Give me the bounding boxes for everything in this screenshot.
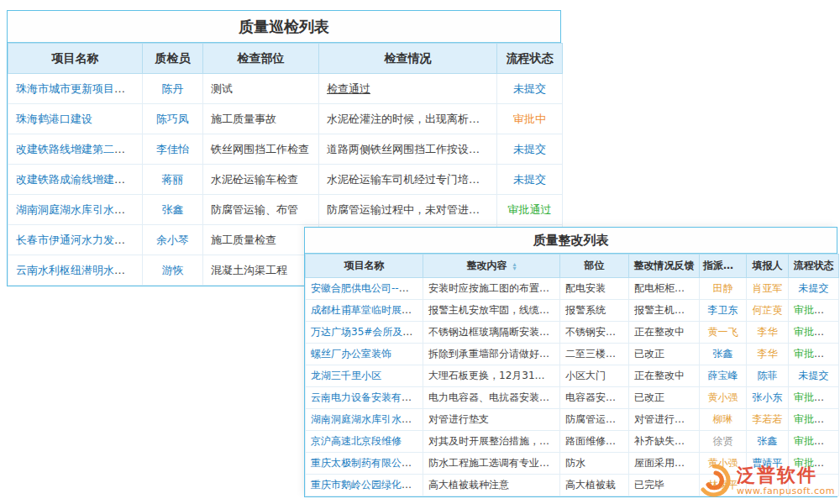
col-rect-assignee: 指派人员 xyxy=(700,255,747,278)
reporter-link[interactable]: 张小东 xyxy=(753,391,783,403)
col-rect-status: 流程状态 xyxy=(789,255,839,278)
project-name-link[interactable]: 万达广场35#会所及咖啡厅空... xyxy=(311,326,423,338)
inspect-part-cell: 施工质量检查 xyxy=(203,225,319,255)
rect-content-cell: 防水工程施工选调有专业资质... xyxy=(423,453,560,475)
rect-feedback-cell: 已完毕 xyxy=(629,475,700,496)
reporter-link[interactable]: 肖亚军 xyxy=(753,282,783,294)
project-name-link[interactable]: 湖南洞庭湖水库引水工... xyxy=(16,203,135,216)
project-name-link[interactable]: 螺丝厂办公室装饰 xyxy=(311,348,391,360)
rectification-header-row: 项目名称 整改内容 ▴ ▾ 部位 整改情况反馈 指派人员 填报人 流程状态 xyxy=(306,255,839,278)
project-name-link[interactable]: 云南水利枢纽潜明水库... xyxy=(16,264,135,276)
col-rect-feedback: 整改情况反馈 xyxy=(629,255,700,278)
project-name-link[interactable]: 改建铁路成渝线增建第... xyxy=(16,173,135,186)
inspect-part-cell: 水泥砼运输车检查 xyxy=(203,165,319,195)
project-name-link[interactable]: 珠海市城市更新项目紫... xyxy=(16,82,135,95)
inspection-table-row[interactable]: 珠海市城市更新项目紫... 陈丹 测试 检查通过 未提交 xyxy=(8,74,563,104)
inspector-link[interactable]: 余小琴 xyxy=(156,234,189,246)
rect-content-cell: 大理石板更换，12月31日之... xyxy=(423,365,560,387)
rectification-table: 项目名称 整改内容 ▴ ▾ 部位 整改情况反馈 指派人员 填报人 流程状态 xyxy=(305,254,839,496)
project-name-link[interactable]: 改建铁路线增建第二线... xyxy=(16,143,135,155)
assignee-link[interactable]: 黄一飞 xyxy=(708,326,738,338)
inspector-link[interactable]: 游恢 xyxy=(162,264,184,276)
status-text: 审批通过 xyxy=(508,203,552,216)
project-name-link[interactable]: 龙湖三千里小区 xyxy=(311,370,381,381)
inspection-table-row[interactable]: 湖南洞庭湖水库引水工... 张鑫 防腐管运输、布管 防腐管运输过程中，未对管进行… xyxy=(8,195,563,225)
reporter-link[interactable]: 陈菲 xyxy=(758,370,778,381)
status-text: 审批通过 xyxy=(794,304,834,316)
reporter-link[interactable]: 李华 xyxy=(758,326,778,338)
assignee-link[interactable]: 黄小强 xyxy=(708,391,738,403)
status-text: 未提交 xyxy=(513,173,546,186)
rectification-table-row[interactable]: 成都杜甫草堂临时展厅独立展... 报警主机安放牢固，线缆连接... 报警系统 报… xyxy=(306,300,839,322)
project-name-link[interactable]: 长春市伊通河水力发电... xyxy=(16,234,135,246)
rectification-table-row[interactable]: 京沪高速北京段维修 对其及时开展整治措施，桥头... 路面维修检... 补齐缺失… xyxy=(306,431,839,453)
inspector-link[interactable]: 李佳怡 xyxy=(156,143,189,155)
status-text: 未提交 xyxy=(799,282,829,294)
inspection-table-row[interactable]: 改建铁路线增建第二线... 李佳怡 铁丝网围挡工作检查 道路两侧铁丝网围挡工作按… xyxy=(8,134,563,165)
rect-feedback-cell: 配电柜柜体与... xyxy=(629,278,700,300)
project-name-link[interactable]: 重庆市鹅岭公园绿化景观提升... xyxy=(311,479,423,491)
inspect-part-cell: 防腐管运输、布管 xyxy=(203,195,319,225)
rect-part-cell: 防腐管运输... xyxy=(560,409,629,431)
rectification-table-row[interactable]: 万达广场35#会所及咖啡厅空... 不锈钢边框玻璃隔断安装不平... 不锈钢安装… xyxy=(306,322,839,344)
status-text: 未提交 xyxy=(513,143,546,155)
status-text: 审批中 xyxy=(513,113,546,125)
inspector-link[interactable]: 张鑫 xyxy=(162,203,184,216)
rect-feedback-cell: 对管进行垫支 xyxy=(629,409,700,431)
inspector-link[interactable]: 陈丹 xyxy=(162,82,184,95)
inspection-header-row: 项目名称 质检员 检查部位 检查情况 流程状态 xyxy=(8,44,563,74)
rectification-table-row[interactable]: 湖南洞庭湖水库引水工程施工标 对管进行垫支 防腐管运输... 对管进行垫支 柳琳… xyxy=(306,409,839,431)
rectification-panel: 质量整改列表 项目名称 整改内容 ▴ ▾ 部位 整改情况反馈 xyxy=(304,227,837,497)
col-rect-reporter: 填报人 xyxy=(747,255,789,278)
rect-part-cell: 电容器安装... xyxy=(560,387,629,409)
project-name-link[interactable]: 湖南洞庭湖水库引水工程施工标 xyxy=(311,413,423,425)
assignee-link[interactable]: 薛宝峰 xyxy=(708,370,738,381)
inspection-table-row[interactable]: 改建铁路成渝线增建第... 蒋丽 水泥砼运输车检查 水泥砼运输车司机经过专门培训… xyxy=(8,165,563,195)
inspect-part-cell: 铁丝网围挡工作检查 xyxy=(203,134,319,165)
rectification-table-row[interactable]: 螺丝厂办公室装饰 拆除到承重墙部分请做好加固... 二至三楼混... 已改正 张… xyxy=(306,344,839,365)
rectification-table-row[interactable]: 云南电力设备安装有限公司20... 电力电容器、电抗器安装方案... 电容器安装… xyxy=(306,387,839,409)
assignee-link[interactable]: 张鑫 xyxy=(713,348,733,360)
rect-part-cell: 防水 xyxy=(560,453,629,475)
inspection-table-row[interactable]: 珠海鹤港口建设 陈巧凤 施工质量事故 水泥砼灌注的时候，出现离析现象 审批中 xyxy=(8,104,563,134)
col-rect-content-label: 整改内容 xyxy=(466,260,507,271)
inspector-link[interactable]: 蒋丽 xyxy=(162,173,184,186)
rect-part-cell: 二至三楼混... xyxy=(560,344,629,365)
rect-feedback-cell: 正在整改中 xyxy=(629,365,700,387)
watermark: 泛普软件 www.fanpusoft.com xyxy=(697,464,835,497)
assignee-link[interactable]: 田静 xyxy=(713,282,733,294)
project-name-link[interactable]: 珠海鹤港口建设 xyxy=(16,113,92,125)
watermark-text: 泛普软件 www.fanpusoft.com xyxy=(737,465,835,496)
project-name-link[interactable]: 重庆太极制药有限公司亳州中... xyxy=(311,457,423,469)
col-inspect-part: 检查部位 xyxy=(203,44,319,74)
assignee-link[interactable]: 徐贤 xyxy=(713,435,733,447)
inspect-detail-cell: 检查通过 xyxy=(319,74,497,104)
status-text: 审批通过 xyxy=(794,413,834,425)
project-name-link[interactable]: 京沪高速北京段维修 xyxy=(311,435,402,447)
reporter-link[interactable]: 张鑫 xyxy=(758,435,778,447)
sort-icon[interactable]: ▴ ▾ xyxy=(513,262,517,270)
rectification-table-row[interactable]: 安徽合肥供电公司--配电设备... 安装时应按施工图的布置，将... 配电安装 … xyxy=(306,278,839,300)
reporter-link[interactable]: 李若若 xyxy=(753,413,783,425)
assignee-link[interactable]: 柳琳 xyxy=(713,413,733,425)
project-name-link[interactable]: 安徽合肥供电公司--配电设备... xyxy=(311,282,423,294)
reporter-link[interactable]: 何芷萸 xyxy=(753,304,783,316)
col-rect-project: 项目名称 xyxy=(306,255,423,278)
rectification-panel-title: 质量整改列表 xyxy=(305,228,837,254)
rect-content-cell: 拆除到承重墙部分请做好加固... xyxy=(423,344,560,365)
col-project-name: 项目名称 xyxy=(8,44,143,74)
col-rect-content[interactable]: 整改内容 ▴ ▾ xyxy=(423,255,560,278)
rect-part-cell: 配电安装 xyxy=(560,278,629,300)
inspect-detail-cell: 防腐管运输过程中，未对管进行... xyxy=(319,195,497,225)
reporter-link[interactable]: 李华 xyxy=(758,348,778,360)
rectification-table-row[interactable]: 龙湖三千里小区 大理石板更换，12月31日之... 小区大门 正在整改中 薛宝峰… xyxy=(306,365,839,387)
rect-feedback-cell: 屋面采用聚氨... xyxy=(629,453,700,475)
project-name-link[interactable]: 成都杜甫草堂临时展厅独立展... xyxy=(311,304,423,316)
status-text: 审批通过 xyxy=(794,348,834,360)
inspector-link[interactable]: 陈巧凤 xyxy=(156,113,189,125)
col-inspect-status: 流程状态 xyxy=(497,44,563,74)
rect-content-cell: 报警主机安放牢固，线缆连接... xyxy=(423,300,560,322)
sort-down-icon: ▾ xyxy=(513,266,517,270)
project-name-link[interactable]: 云南电力设备安装有限公司20... xyxy=(311,391,423,403)
assignee-link[interactable]: 李卫东 xyxy=(708,304,738,316)
